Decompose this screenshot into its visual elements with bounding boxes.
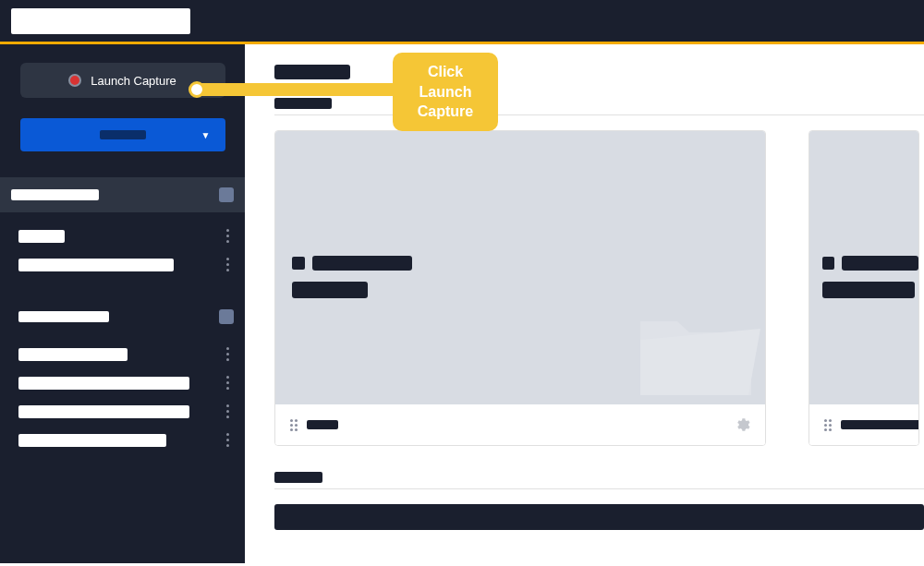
callout-tooltip: Click Launch Capture	[393, 53, 498, 131]
card-subtitle	[292, 282, 368, 298]
sidebar-item-label	[18, 259, 174, 271]
sidebar-item[interactable]	[11, 340, 234, 368]
page-title	[274, 65, 350, 79]
dropdown-label	[100, 130, 146, 139]
kebab-menu-icon[interactable]	[221, 347, 234, 361]
card-body	[275, 131, 765, 404]
content-card[interactable]	[274, 130, 766, 446]
card-footer-label	[307, 420, 338, 429]
status-icon	[292, 257, 305, 270]
drag-handle-icon[interactable]	[824, 419, 832, 431]
divider	[274, 114, 924, 115]
sidebar: Launch Capture ▼	[0, 44, 245, 563]
section-title	[18, 311, 109, 322]
kebab-menu-icon[interactable]	[221, 229, 234, 243]
bottom-content-bar[interactable]	[274, 504, 924, 530]
record-icon	[68, 74, 81, 87]
sidebar-section-header[interactable]	[11, 299, 234, 334]
sidebar-item-label	[18, 434, 166, 447]
sidebar-item-label	[18, 230, 65, 243]
card-body	[809, 131, 918, 404]
sidebar-item-label	[18, 348, 128, 361]
card-title	[312, 256, 412, 271]
folder-icon	[626, 294, 765, 404]
status-icon	[822, 257, 834, 270]
kebab-menu-icon[interactable]	[221, 404, 234, 418]
brand-logo[interactable]	[11, 8, 190, 34]
card-footer	[809, 404, 918, 445]
kebab-menu-icon[interactable]	[221, 433, 234, 447]
drag-handle-icon[interactable]	[290, 419, 298, 431]
divider	[274, 488, 924, 489]
callout-anchor-dot	[188, 81, 205, 98]
sidebar-section-2	[11, 299, 234, 454]
section-toggle-icon[interactable]	[219, 309, 234, 324]
callout-text-line: Click	[400, 62, 491, 82]
sidebar-item-label	[18, 377, 189, 390]
card-status-row	[822, 256, 918, 271]
card-footer	[275, 404, 765, 445]
section-toggle-icon[interactable]	[219, 187, 234, 202]
cards-row	[274, 130, 924, 446]
sidebar-item[interactable]	[11, 250, 234, 279]
sidebar-section-1	[11, 177, 234, 279]
card-status-row	[292, 256, 765, 271]
main-content	[245, 44, 924, 563]
card-subtitle	[822, 282, 915, 298]
callout-connector	[194, 83, 397, 96]
content-card[interactable]	[808, 130, 919, 446]
sidebar-item[interactable]	[11, 397, 234, 426]
section-title	[11, 189, 99, 200]
sidebar-item[interactable]	[11, 426, 234, 454]
section-subtitle	[274, 472, 322, 483]
sidebar-section-header[interactable]	[0, 177, 245, 212]
primary-dropdown-button[interactable]: ▼	[20, 118, 225, 151]
kebab-menu-icon[interactable]	[221, 258, 234, 271]
sidebar-item-label	[18, 405, 189, 418]
sidebar-item[interactable]	[11, 222, 234, 250]
card-title	[842, 256, 918, 271]
chevron-down-icon: ▼	[201, 130, 211, 140]
sidebar-item[interactable]	[11, 368, 234, 397]
card-footer-label	[841, 420, 919, 429]
callout-text-line: Capture	[400, 102, 491, 122]
kebab-menu-icon[interactable]	[221, 376, 234, 390]
callout-text-line: Launch	[400, 82, 491, 102]
section-subtitle	[274, 98, 332, 109]
launch-capture-label: Launch Capture	[91, 74, 176, 88]
top-header	[0, 0, 924, 44]
gear-icon[interactable]	[734, 416, 750, 433]
